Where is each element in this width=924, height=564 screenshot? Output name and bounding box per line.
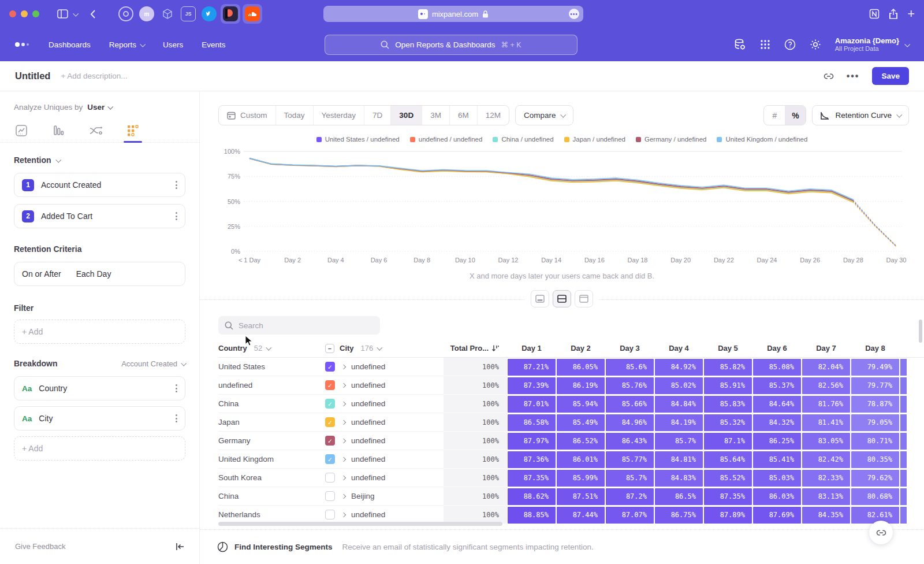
copy-link-icon[interactable] (824, 71, 834, 81)
add-description[interactable]: + Add description... (61, 72, 127, 80)
day-cell[interactable]: 87.69% (752, 506, 802, 524)
day-cell[interactable]: 87.1% (703, 432, 752, 450)
day-cell[interactable]: 84.32% (752, 413, 802, 432)
column-header-country[interactable]: Country 52 (218, 344, 325, 352)
day-cell[interactable]: 88.62% (507, 487, 556, 506)
breakdown-add-button[interactable]: + Add (14, 436, 185, 461)
range-button-6m[interactable]: 6M (450, 106, 478, 125)
day-cell[interactable]: 81.76% (802, 395, 851, 413)
day-cell[interactable]: 87.36% (507, 450, 556, 469)
day-cell[interactable]: 85.82% (703, 358, 752, 376)
day-cell[interactable]: 85.94% (556, 395, 605, 413)
day-cell[interactable]: 85.66% (605, 395, 654, 413)
absolute-toggle[interactable]: # (764, 106, 785, 125)
cube-extension-icon[interactable] (160, 6, 175, 21)
column-header-day[interactable]: Day 8 (851, 344, 900, 352)
column-header-day[interactable]: Day 2 (556, 344, 605, 352)
legend-item[interactable]: Germany / undefined (636, 136, 706, 143)
day-cell[interactable]: 78.87% (851, 395, 900, 413)
breakdown-card-country[interactable]: Aa Country (14, 376, 185, 400)
day-cell[interactable]: 84.64% (752, 395, 802, 413)
day-cell[interactable]: 84.19% (654, 413, 703, 432)
expand-chevron-icon[interactable] (341, 512, 346, 517)
range-button-7d[interactable]: 7D (364, 106, 391, 125)
country-cell[interactable]: China (218, 487, 325, 506)
day-cell[interactable]: 87.51% (556, 487, 605, 506)
country-cell[interactable]: Japan (218, 413, 325, 432)
day-cell[interactable]: 84.84% (654, 395, 703, 413)
day-cell[interactable]: 79.05% (851, 413, 900, 432)
bird-extension-icon[interactable] (202, 6, 217, 21)
row-checkbox-checked[interactable]: ✓ (325, 436, 335, 446)
day-cell[interactable]: 86.19% (556, 376, 605, 395)
table-search[interactable] (218, 316, 380, 335)
column-header-city[interactable]: – City 176 (325, 344, 444, 353)
find-segments-title[interactable]: Find Interesting Segments (234, 543, 333, 551)
expand-chevron-icon[interactable] (341, 420, 346, 424)
day-cell[interactable]: 85.64% (703, 450, 752, 469)
expand-chevron-icon[interactable] (341, 494, 346, 498)
country-cell[interactable]: United Kingdom (218, 450, 325, 469)
expand-chevron-icon[interactable] (341, 401, 346, 406)
data-management-icon[interactable] (733, 38, 746, 51)
legend-item[interactable]: United Kingdom / undefined (717, 136, 807, 143)
page-settings-icon[interactable]: ••• (569, 9, 579, 19)
expand-chevron-icon[interactable] (341, 383, 346, 387)
global-search-button[interactable]: Open Reports & Dashboards ⌘ + K (325, 35, 578, 55)
column-header-day[interactable]: Day 1 (507, 344, 556, 352)
help-icon[interactable] (784, 39, 796, 50)
day-cell[interactable]: 85.83% (703, 395, 752, 413)
share-link-fab[interactable] (869, 521, 893, 544)
mixpanel-logo[interactable] (15, 42, 29, 47)
legend-item[interactable]: Japan / undefined (564, 136, 625, 143)
new-tab-icon[interactable]: + (907, 6, 915, 21)
range-button-today[interactable]: Today (276, 106, 314, 125)
day-cell[interactable]: 86.03% (752, 487, 802, 506)
step-card-1[interactable]: 1 Account Created (14, 173, 185, 197)
legend-item[interactable]: undefined / undefined (410, 136, 483, 143)
day-cell[interactable]: 88.85% (507, 506, 556, 524)
criteria-on-or-after[interactable]: On or After (22, 269, 61, 279)
day-cell[interactable]: 79.62% (851, 469, 900, 487)
row-checkbox-checked[interactable]: ✓ (325, 380, 335, 390)
filter-add-button[interactable]: + Add (14, 320, 185, 344)
back-button[interactable] (84, 6, 100, 22)
row-checkbox-checked[interactable]: ✓ (325, 417, 335, 427)
day-cell[interactable]: 85.99% (556, 469, 605, 487)
day-cell[interactable]: 85.03% (752, 469, 802, 487)
row-checkbox-checked[interactable]: ✓ (325, 454, 335, 464)
browser-address-bar[interactable]: mixpanel.com ••• (323, 6, 583, 22)
day-cell[interactable]: 87.21% (507, 358, 556, 376)
day-cell[interactable]: 85.37% (752, 376, 802, 395)
notion-icon[interactable] (869, 9, 880, 19)
day-cell[interactable]: 85.7% (605, 469, 654, 487)
row-checkbox[interactable] (325, 473, 335, 483)
select-all-checkbox[interactable]: – (325, 344, 334, 353)
row-checkbox[interactable] (325, 510, 335, 520)
day-cell[interactable]: 85.52% (703, 469, 752, 487)
row-checkbox[interactable] (325, 491, 335, 501)
day-cell[interactable]: 84.83% (654, 469, 703, 487)
day-cell[interactable]: 87.2% (605, 487, 654, 506)
breakdown-card-city[interactable]: Aa City (14, 406, 185, 431)
day-cell[interactable]: 82.42% (802, 450, 851, 469)
row-checkbox-checked[interactable]: ✓ (325, 399, 335, 409)
day-cell[interactable]: 87.35% (507, 469, 556, 487)
day-cell[interactable]: 85.77% (605, 450, 654, 469)
horizontal-scrollbar[interactable] (218, 522, 502, 526)
range-button-30d[interactable]: 30D (391, 106, 422, 125)
step-card-2[interactable]: 2 Added To Cart (14, 204, 185, 228)
column-header-day[interactable]: Day 6 (752, 344, 802, 352)
chart-only-view-button[interactable] (531, 290, 549, 307)
day-cell[interactable]: 79.49% (851, 358, 900, 376)
js-extension-icon[interactable]: JS (181, 6, 196, 21)
day-cell[interactable]: 80.35% (851, 450, 900, 469)
tab-funnels[interactable] (52, 118, 65, 142)
kebab-menu-icon[interactable] (176, 212, 177, 220)
nav-reports[interactable]: Reports (109, 40, 144, 49)
day-cell[interactable]: 86.05% (556, 358, 605, 376)
day-cell[interactable]: 84.92% (654, 358, 703, 376)
vertical-scrollbar[interactable] (919, 320, 922, 343)
legend-item[interactable]: United States / undefined (316, 136, 400, 143)
day-cell[interactable]: 84.81% (654, 450, 703, 469)
